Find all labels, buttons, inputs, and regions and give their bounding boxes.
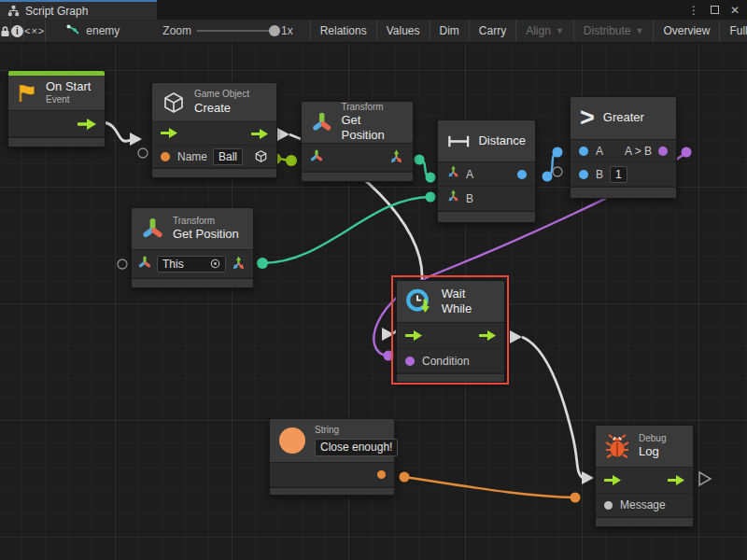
string-output-port[interactable] bbox=[377, 470, 386, 479]
code-preview-button[interactable]: <×> bbox=[24, 20, 46, 42]
node-title: Get Position bbox=[341, 113, 403, 144]
greater-icon: > bbox=[580, 105, 595, 131]
node-footer bbox=[596, 517, 693, 526]
toolbar-button-distribute[interactable]: Distribute ▼ bbox=[574, 20, 655, 42]
tab-bar: Script Graph ⋮ ✕ bbox=[0, 0, 747, 20]
transform-input-port[interactable] bbox=[310, 149, 323, 166]
string-input-port[interactable] bbox=[161, 152, 170, 161]
maximize-icon[interactable] bbox=[711, 6, 719, 14]
node-title: Greater bbox=[603, 110, 644, 125]
node-wait-while[interactable]: Wait While Condition bbox=[396, 280, 505, 383]
target-field[interactable]: This bbox=[157, 256, 226, 273]
node-debug-log[interactable]: Debug Log Message bbox=[595, 425, 694, 527]
flow-output-port[interactable] bbox=[479, 330, 496, 341]
flow-output-port[interactable] bbox=[251, 129, 268, 139]
toolbar-button-align[interactable]: Align ▼ bbox=[516, 20, 574, 42]
cube-icon bbox=[162, 91, 186, 115]
port-label: A bbox=[596, 145, 603, 158]
flow-output-port[interactable] bbox=[668, 475, 684, 485]
port-label: Message bbox=[620, 498, 666, 511]
flow-arrow-icon bbox=[405, 330, 422, 341]
zoom-slider[interactable] bbox=[197, 30, 275, 32]
script-graph-window: Script Graph ⋮ ✕ i <×> enemy bbox=[0, 0, 747, 560]
flow-input-port[interactable] bbox=[604, 472, 621, 489]
bool-output-port[interactable] bbox=[658, 147, 668, 156]
game-object-output-port[interactable] bbox=[254, 149, 268, 163]
flow-input-port[interactable] bbox=[405, 328, 422, 344]
node-get-position-bottom[interactable]: Transform Get Position This bbox=[131, 207, 254, 288]
zoom-control: Zoom 1x bbox=[129, 20, 309, 42]
node-create-game-object[interactable]: Game Object Create Name Ball bbox=[151, 82, 277, 178]
node-get-position-top[interactable]: Transform Get Position bbox=[301, 101, 414, 182]
graph-name: enemy bbox=[86, 24, 120, 37]
node-footer bbox=[8, 137, 105, 147]
flag-icon bbox=[16, 82, 38, 105]
node-title: Distance bbox=[478, 133, 526, 148]
cube-icon bbox=[254, 149, 268, 163]
flow-output-port[interactable] bbox=[78, 119, 96, 130]
vector3-icon bbox=[446, 165, 460, 179]
toolbar-button-fullscreen[interactable]: Full Screen bbox=[720, 20, 747, 42]
toolbar-button-dim[interactable]: Dim bbox=[430, 20, 470, 42]
object-picker-icon[interactable] bbox=[210, 259, 220, 269]
vector3-icon bbox=[388, 149, 404, 165]
input-port-a[interactable] bbox=[579, 147, 588, 156]
distance-icon bbox=[447, 134, 470, 148]
tab-title: Script Graph bbox=[25, 5, 88, 18]
float-output-port[interactable] bbox=[517, 170, 527, 179]
port-label: Name bbox=[177, 150, 207, 163]
zoom-label: Zoom bbox=[162, 24, 191, 37]
transform-input-port[interactable] bbox=[138, 256, 151, 273]
vector3-icon bbox=[231, 256, 247, 272]
tab-script-graph[interactable]: Script Graph bbox=[0, 0, 157, 20]
toolbar-button-carry[interactable]: Carry bbox=[470, 20, 516, 42]
node-footer bbox=[438, 211, 535, 222]
result-label: A > B bbox=[625, 145, 652, 158]
transform-mini-icon bbox=[310, 149, 323, 162]
port-label: Condition bbox=[422, 355, 470, 368]
node-title: Get Position bbox=[173, 227, 239, 242]
flow-arrow-icon bbox=[78, 119, 96, 130]
toolbar-button-values[interactable]: Values bbox=[377, 20, 430, 42]
window-menu-icon[interactable]: ⋮ bbox=[688, 4, 699, 17]
vector3-input-port-a[interactable] bbox=[446, 165, 460, 183]
flow-arrow-icon bbox=[604, 475, 621, 485]
transform-icon bbox=[311, 111, 332, 134]
close-icon[interactable]: ✕ bbox=[730, 4, 740, 17]
port-label: A bbox=[466, 168, 473, 181]
string-value-field[interactable]: Close enough! bbox=[315, 439, 398, 456]
vector3-input-port-b[interactable] bbox=[446, 189, 460, 207]
port-label: B bbox=[596, 168, 603, 181]
node-title: Log bbox=[639, 444, 666, 459]
toolbar-button-relations[interactable]: Relations bbox=[310, 20, 377, 42]
zoom-slider-handle[interactable] bbox=[269, 25, 280, 36]
message-input-port[interactable] bbox=[604, 501, 613, 510]
node-string-literal[interactable]: String Close enough! bbox=[269, 418, 395, 496]
node-footer bbox=[152, 168, 276, 177]
b-value-field[interactable]: 1 bbox=[610, 166, 627, 183]
transform-mini-icon bbox=[138, 256, 151, 269]
node-subtitle: String bbox=[315, 425, 398, 437]
lock-button[interactable] bbox=[0, 20, 11, 42]
bug-icon bbox=[603, 432, 631, 460]
chevron-down-icon: ▼ bbox=[556, 26, 564, 35]
vector3-icon bbox=[446, 189, 460, 203]
zoom-value: 1x bbox=[281, 24, 293, 37]
name-field[interactable]: Ball bbox=[213, 148, 243, 165]
flow-arrow-icon bbox=[668, 475, 684, 485]
node-greater[interactable]: > Greater A A > B B 1 bbox=[570, 96, 677, 199]
info-button[interactable]: i bbox=[11, 20, 24, 42]
vector3-output-port[interactable] bbox=[231, 256, 247, 272]
node-distance[interactable]: Distance A B bbox=[437, 119, 536, 223]
condition-input-port[interactable] bbox=[405, 357, 415, 366]
input-port-b[interactable] bbox=[579, 170, 588, 179]
node-on-start[interactable]: On Start Event bbox=[7, 70, 106, 147]
vector3-output-port[interactable] bbox=[388, 149, 404, 165]
node-footer bbox=[302, 172, 413, 181]
toolbar-button-overview[interactable]: Overview bbox=[654, 20, 720, 42]
node-footer bbox=[397, 373, 504, 382]
flow-input-port[interactable] bbox=[161, 125, 177, 142]
lock-icon bbox=[0, 25, 10, 37]
graph-pointer-icon bbox=[66, 24, 80, 37]
node-footer bbox=[270, 487, 394, 495]
